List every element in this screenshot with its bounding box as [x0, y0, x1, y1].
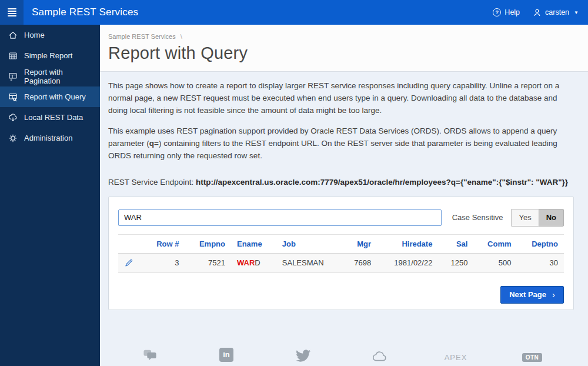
cell-rownum: 3 — [143, 253, 185, 272]
footer-link-linkedin[interactable]: in Connect on LinkedIn — [188, 345, 265, 366]
edit-row-icon[interactable] — [124, 258, 133, 268]
column-header-deptno: Deptno — [517, 234, 564, 253]
column-header-mgr: Mgr — [342, 234, 377, 253]
forum-icon — [143, 349, 157, 362]
twitter-icon — [296, 350, 310, 362]
case-sensitive-no-button[interactable]: No — [539, 209, 564, 227]
footer-link-apex-on-otn[interactable]: OTN APEX on OTN — [494, 345, 570, 366]
footer-links: Oracle OTN Forums in Connect on LinkedIn… — [108, 345, 574, 366]
table-row: 3 7521 WARD SALESMAN 7698 1981/02/22 125… — [118, 253, 564, 272]
footer-link-cloud-service[interactable]: Oracle Database Cloud Service — [341, 345, 417, 366]
endpoint-url: http://apexcentral.us.oracle.com:7779/ap… — [196, 178, 568, 187]
help-link[interactable]: ? Help — [493, 8, 520, 16]
cell-comm: 500 — [473, 253, 517, 272]
app-header: Sample REST Services ? Help carsten ▼ — [0, 0, 588, 25]
hamburger-menu-icon — [8, 8, 16, 16]
report-card: Case Sensitive Yes No Row # Empno Ename … — [108, 197, 574, 310]
cell-hiredate: 1981/02/22 — [377, 253, 438, 272]
app-title: Sample REST Services — [32, 6, 138, 18]
cell-empno: 7521 — [185, 253, 231, 272]
cell-job: SALESMAN — [276, 253, 342, 272]
administration-icon — [8, 134, 18, 143]
column-header-comm: Comm — [473, 234, 517, 253]
footer-link-twitter[interactable]: Follow us on Twitter — [265, 345, 341, 366]
sidebar-item-local-rest-data[interactable]: Local REST Data — [0, 107, 100, 128]
sidebar-item-report-with-query[interactable]: Report with Query — [0, 86, 100, 107]
home-icon — [8, 31, 18, 40]
breadcrumb-separator: \ — [181, 33, 182, 40]
linkedin-icon: in — [219, 348, 233, 362]
apex-text-icon: APEX — [445, 353, 467, 362]
cell-deptno: 30 — [517, 253, 564, 272]
otn-badge-icon: OTN — [522, 353, 543, 362]
breadcrumb[interactable]: Sample REST Services\ — [108, 33, 574, 40]
sidebar-item-report-with-pagination[interactable]: Report with Pagination — [0, 66, 100, 86]
chevron-right-icon: › — [552, 290, 555, 299]
footer-link-otn-forums[interactable]: Oracle OTN Forums — [112, 345, 188, 366]
cloud-icon — [371, 350, 387, 362]
breadcrumb-item[interactable]: Sample REST Services — [108, 33, 176, 40]
hamburger-menu-button[interactable] — [0, 0, 24, 25]
page-title: Report with Query — [108, 44, 574, 63]
report-query-icon — [8, 92, 18, 102]
report-table: Row # Empno Ename Job Mgr Hiredate Sal C… — [118, 234, 564, 273]
sidebar-item-simple-report[interactable]: Simple Report — [0, 45, 100, 66]
local-rest-data-icon — [8, 113, 18, 122]
sidebar: Home Simple Report Report with Paginatio… — [0, 25, 100, 366]
footer-link-apex-oracle-com[interactable]: APEX apex.oracle.com — [417, 345, 494, 366]
description-paragraph-2: This example uses REST pagination suppor… — [108, 125, 574, 162]
sidebar-item-administration[interactable]: Administration — [0, 128, 100, 148]
case-sensitive-label: Case Sensitive — [452, 213, 503, 222]
case-sensitive-yes-button[interactable]: Yes — [511, 209, 538, 227]
column-header-rownum: Row # — [143, 234, 185, 253]
table-header-row: Row # Empno Ename Job Mgr Hiredate Sal C… — [118, 234, 564, 253]
main-content: Sample REST Services\ Report with Query … — [100, 25, 588, 366]
query-input[interactable] — [118, 209, 442, 226]
cell-mgr: 7698 — [342, 253, 377, 272]
user-icon — [533, 8, 542, 17]
sidebar-item-home[interactable]: Home — [0, 25, 100, 45]
help-label: Help — [505, 8, 520, 16]
user-menu[interactable]: carsten ▼ — [533, 8, 579, 17]
endpoint-line: REST Service Endpoint: http://apexcentra… — [108, 178, 574, 187]
user-name: carsten — [545, 8, 569, 16]
simple-report-icon — [8, 51, 18, 61]
column-header-ename: Ename — [231, 234, 276, 253]
endpoint-label: REST Service Endpoint: — [108, 178, 193, 187]
next-page-button[interactable]: Next Page › — [500, 286, 564, 304]
cell-sal: 1250 — [438, 253, 473, 272]
column-header-hiredate: Hiredate — [377, 234, 438, 253]
column-header-empno: Empno — [185, 234, 231, 253]
edit-column-header — [118, 234, 143, 253]
cell-ename: WARD — [231, 253, 276, 272]
description-paragraph-1: This page shows how to create a report t… — [108, 80, 574, 117]
case-sensitive-toggle: Yes No — [511, 209, 564, 227]
search-match-highlight: WAR — [237, 258, 255, 267]
column-header-job: Job — [276, 234, 342, 253]
help-icon: ? — [493, 8, 501, 16]
caret-down-icon: ▼ — [574, 10, 579, 15]
column-header-sal: Sal — [438, 234, 473, 253]
report-pagination-icon — [8, 72, 18, 81]
